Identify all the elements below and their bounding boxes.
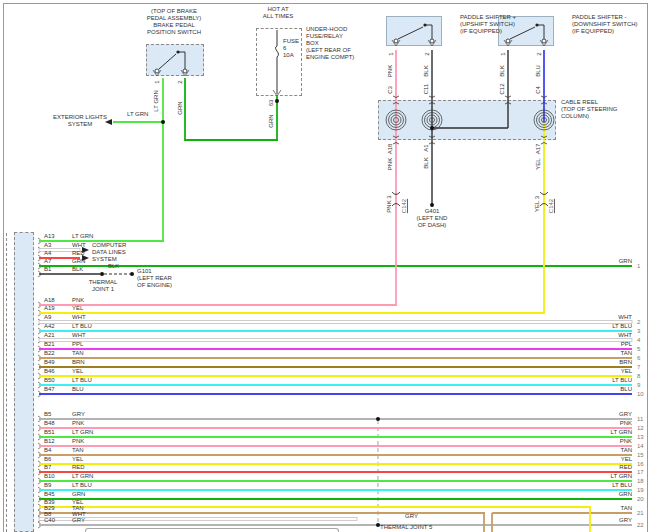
- pin-id-A4: A4: [44, 250, 51, 257]
- label: BRAKE PEDAL: [153, 22, 195, 29]
- pin-color-A13: LT GRN: [72, 233, 93, 240]
- pin-color-A7: GRN: [72, 258, 85, 265]
- pin-id-A21: A21: [44, 332, 55, 339]
- right-wire-color: YEL: [621, 456, 632, 463]
- rotated-label: C11: [423, 84, 429, 95]
- junction-dot: [100, 272, 104, 276]
- label: (LEFT REAR OF: [306, 47, 351, 54]
- label: SYSTEM: [68, 121, 93, 128]
- label: OF ENGINE): [137, 282, 172, 289]
- pin-id-B7: B7: [44, 464, 51, 471]
- label: BOX: [306, 40, 319, 47]
- label: ENGINE COMPT): [306, 54, 354, 61]
- pin-id-B5: B5: [44, 411, 51, 418]
- rotated-label: 1: [154, 80, 160, 83]
- pin-color-B4: TAN: [72, 447, 84, 454]
- label: BLK: [108, 263, 119, 270]
- rotated-label: C142: [548, 199, 554, 213]
- switch-contact-dot: [176, 50, 179, 53]
- switch-blade: [398, 27, 423, 39]
- right-row-number: 5: [637, 346, 640, 353]
- pin-id-B49: B49: [44, 359, 55, 366]
- switch-contact-dot: [423, 23, 426, 26]
- right-row-number: 11: [637, 416, 643, 423]
- label: ALL TIMES: [263, 13, 293, 20]
- label: (UPSHIFT SWITCH): [460, 21, 515, 28]
- pin-id-A13: A13: [44, 233, 55, 240]
- label: HOT AT: [267, 6, 288, 13]
- label: (DOWNSHIFT SWITCH): [572, 21, 638, 28]
- pin-color-B47: BLU: [72, 386, 84, 393]
- pin-color-B12: PNK: [72, 438, 84, 445]
- right-row-number: 16: [637, 461, 644, 468]
- label: (TOP OF STEERING: [561, 106, 617, 113]
- pin-color-A42: LT BLU: [72, 323, 92, 330]
- wiring-diagram: A13LT GRNA3WHTA4REDA7GRNGRN1B1BLKA18PNKA…: [0, 0, 650, 532]
- pin-color-A9: WHT: [72, 314, 86, 321]
- rotated-label: GRN: [177, 101, 183, 114]
- pin-color-B50: LT BLU: [72, 377, 92, 384]
- right-row-number: 12: [637, 425, 644, 432]
- right-wire-color: BLU: [620, 386, 632, 393]
- pin-id-B10: B10: [44, 473, 55, 480]
- rotated-label: GRN: [268, 114, 274, 127]
- rotated-label: C12: [499, 83, 505, 94]
- right-wire-color: WHT: [618, 332, 632, 339]
- right-wire-color: LT BLU: [612, 482, 632, 489]
- pin-color-B6: YEL: [72, 456, 83, 463]
- rotated-label: BLK: [423, 157, 429, 168]
- label: DATA LINES: [92, 249, 126, 256]
- pin-color-C40: GRY: [72, 517, 85, 524]
- right-wire-color: GRY: [619, 517, 632, 524]
- switch-lead: [537, 25, 544, 39]
- junction-dot: [430, 203, 434, 207]
- pin-id-B51: B51: [44, 429, 55, 436]
- label: LT GRN: [127, 111, 148, 118]
- switch-pin: [430, 39, 434, 43]
- pin-color-B45: GRN: [72, 491, 85, 498]
- right-row-number: 15: [637, 452, 644, 459]
- pin-id-A9: A9: [44, 314, 51, 321]
- label: 10A: [283, 52, 294, 59]
- label: JOINT 1: [92, 286, 114, 293]
- junction-dot: [430, 126, 434, 130]
- right-wire-color: PNK: [620, 420, 632, 427]
- pin-id-B9: B9: [44, 482, 51, 489]
- switch-pin: [155, 69, 159, 73]
- switch-pin: [394, 39, 398, 43]
- rotated-label: BLK: [499, 65, 505, 76]
- pin-color-B1: BLK: [72, 266, 83, 273]
- pin-color-A19: YEL: [72, 305, 83, 312]
- label: (LEFT END: [417, 215, 448, 222]
- label: PEDAL ASSEMBLY): [147, 15, 202, 22]
- right-row-number: 13: [637, 434, 644, 441]
- pin-id-A3: A3: [44, 242, 51, 249]
- label: (IF EQUIPPED): [572, 28, 614, 35]
- right-row-number: 6: [637, 355, 640, 362]
- label: PADDLE SHIFTER +: [460, 14, 516, 21]
- right-wire-color: TAN: [620, 505, 632, 512]
- rotated-label: A18: [387, 144, 393, 155]
- junction-dot: [376, 417, 380, 421]
- right-wire-color: GRN: [619, 258, 632, 265]
- rotated-label: BLK: [423, 65, 429, 76]
- rotated-label: PNK: [387, 65, 393, 77]
- right-wire-color: LT GRN: [611, 473, 632, 480]
- right-wire-color: TAN: [620, 350, 632, 357]
- rotated-label: BLU: [535, 65, 541, 77]
- pin-color-A18: PNK: [72, 297, 84, 304]
- label: THERMAL: [89, 279, 118, 286]
- label: FUSE/RELAY: [306, 33, 343, 40]
- wire-layer: [0, 0, 650, 532]
- right-row-number: 18: [637, 478, 644, 485]
- right-wire-color: LT BLU: [612, 377, 632, 384]
- right-wire-color: GRY: [619, 411, 632, 418]
- wire-A9: [39, 321, 632, 324]
- right-row-number: 7: [637, 364, 640, 371]
- rotated-label: 2: [536, 52, 542, 55]
- label: (TOP OF BRAKE: [151, 8, 197, 15]
- label: 6: [283, 45, 286, 52]
- switch-lead: [425, 25, 432, 39]
- label: POSITION SWITCH: [147, 29, 201, 36]
- rotated-label: 63: [268, 100, 274, 107]
